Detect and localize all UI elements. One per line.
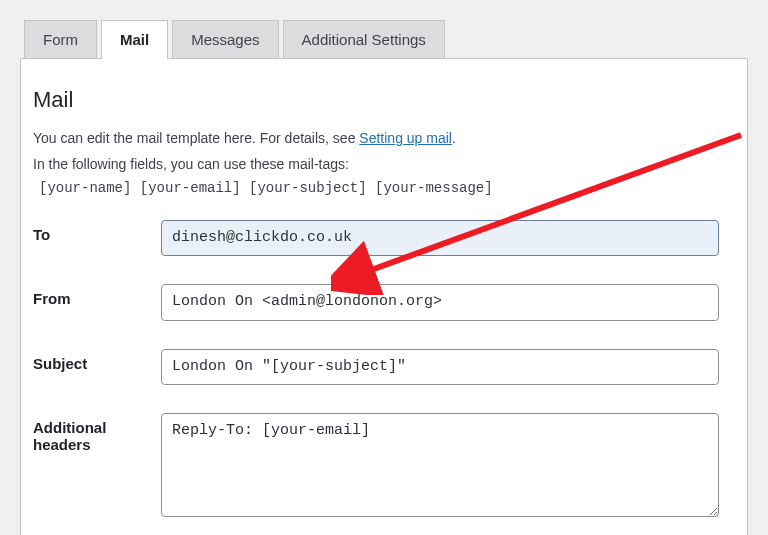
panel-description-2: In the following fields, you can use the… bbox=[33, 153, 719, 175]
mail-tags-list: [your-name] [your-email] [your-subject] … bbox=[39, 180, 719, 196]
label-from: From bbox=[33, 284, 161, 307]
mail-panel: Mail You can edit the mail template here… bbox=[20, 58, 748, 535]
input-from[interactable] bbox=[161, 284, 719, 321]
row-headers: Additional headers bbox=[33, 413, 719, 520]
label-subject: Subject bbox=[33, 349, 161, 372]
input-to[interactable] bbox=[161, 220, 719, 257]
row-subject: Subject bbox=[33, 349, 719, 386]
row-to: To bbox=[33, 220, 719, 257]
desc-prefix: You can edit the mail template here. For… bbox=[33, 130, 359, 146]
setup-mail-link[interactable]: Setting up mail bbox=[359, 130, 452, 146]
textarea-headers[interactable] bbox=[161, 413, 719, 517]
tab-additional-settings[interactable]: Additional Settings bbox=[283, 20, 445, 58]
tab-messages[interactable]: Messages bbox=[172, 20, 278, 58]
tab-bar: Form Mail Messages Additional Settings bbox=[20, 20, 748, 58]
input-subject[interactable] bbox=[161, 349, 719, 386]
row-from: From bbox=[33, 284, 719, 321]
tab-form[interactable]: Form bbox=[24, 20, 97, 58]
settings-wrap: Form Mail Messages Additional Settings M… bbox=[0, 0, 768, 535]
tab-mail[interactable]: Mail bbox=[101, 20, 168, 59]
desc-suffix: . bbox=[452, 130, 456, 146]
panel-heading: Mail bbox=[33, 87, 719, 113]
annotation-arrow bbox=[331, 125, 761, 295]
label-to: To bbox=[33, 220, 161, 243]
label-headers: Additional headers bbox=[33, 413, 161, 453]
panel-description-1: You can edit the mail template here. For… bbox=[33, 127, 719, 149]
